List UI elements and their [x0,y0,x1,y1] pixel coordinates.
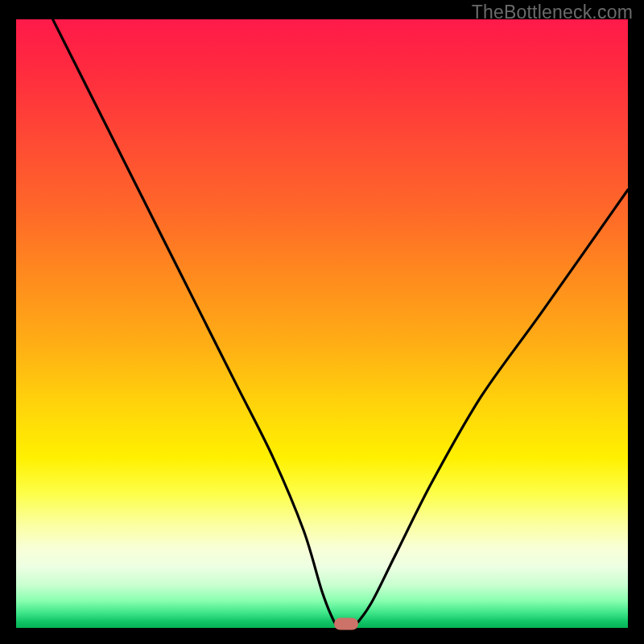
plot-area [16,19,628,628]
optimal-point-marker [334,617,358,630]
bottleneck-curve [16,19,628,628]
chart-frame: TheBottleneck.com [0,0,644,644]
